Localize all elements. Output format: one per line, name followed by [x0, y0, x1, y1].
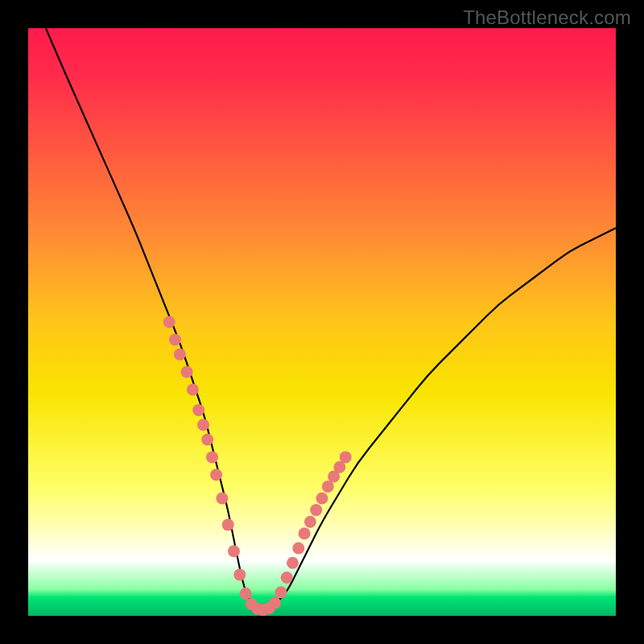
trough-dot [187, 383, 199, 395]
trough-dot [287, 557, 299, 569]
trough-dot [316, 493, 328, 505]
trough-dot [281, 572, 293, 584]
trough-dot [216, 493, 228, 505]
trough-dot [169, 333, 181, 345]
chart-svg [28, 28, 616, 616]
trough-dot [275, 586, 287, 598]
trough-dot [210, 469, 222, 481]
trough-dot [292, 543, 304, 555]
trough-dot [181, 366, 193, 378]
trough-dot [197, 419, 209, 431]
trough-dot [163, 316, 175, 328]
trough-dot [299, 527, 311, 539]
trough-dot [192, 404, 204, 416]
trough-dot [240, 588, 252, 600]
trough-dot [206, 451, 218, 463]
chart-frame: TheBottleneck.com [0, 0, 644, 644]
trough-dot [174, 349, 186, 361]
trough-dot [222, 518, 234, 530]
trough-dot [228, 545, 240, 557]
gradient-background [28, 28, 616, 616]
trough-dot [310, 504, 322, 516]
trough-dot [201, 434, 213, 446]
plot-area [28, 28, 616, 616]
trough-dot [304, 516, 316, 528]
trough-dot [233, 568, 246, 580]
watermark-text: TheBottleneck.com [463, 6, 631, 29]
trough-dot [269, 597, 281, 609]
trough-dot [340, 451, 352, 463]
